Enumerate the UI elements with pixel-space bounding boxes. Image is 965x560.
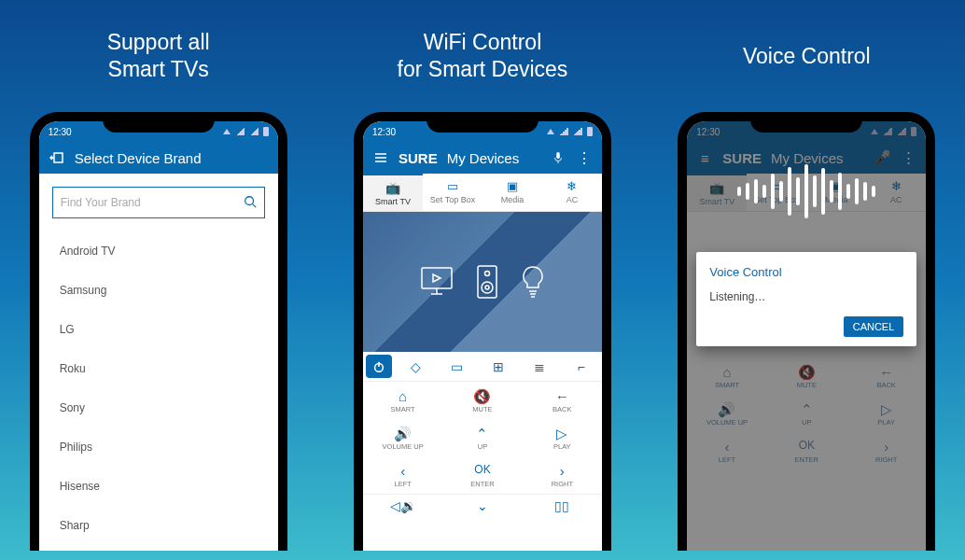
brand-item[interactable]: Hisense <box>60 467 258 506</box>
svg-rect-0 <box>54 153 63 162</box>
control-row: ◇ ▭ ⊞ ≣ ⌐ <box>363 352 602 382</box>
brand-item[interactable]: Philips <box>60 427 258 467</box>
status-time: 12:30 <box>372 127 396 137</box>
app-name: SURE <box>399 150 438 166</box>
cast-icon[interactable]: ⌐ <box>561 352 602 381</box>
brand-item[interactable]: Sharp <box>60 506 258 545</box>
status-time: 12:30 <box>49 127 72 137</box>
bottom-row: ◁🔉 ⌄ ▯▯ <box>363 494 602 517</box>
device-tab[interactable]: 📺Smart TV <box>363 174 423 211</box>
search-placeholder: Find Your Brand <box>61 196 244 209</box>
vol-down-button[interactable]: ◁🔉 <box>363 495 442 517</box>
panel3-caption: Voice Control <box>743 0 871 112</box>
brand-item[interactable]: Android TV <box>60 231 258 271</box>
phone-frame: 12:30 SURE My Devices ⋮ 📺Smart TV▭Set To… <box>354 112 611 551</box>
tv-icon <box>420 266 454 298</box>
back-icon[interactable] <box>49 149 65 166</box>
device-tab[interactable]: ❄AC <box>542 174 602 211</box>
remote-right-button[interactable]: ›RIGHT <box>523 456 602 494</box>
hamburger-icon[interactable] <box>372 149 389 166</box>
remote-smart-button[interactable]: ⌂SMART <box>363 382 442 419</box>
cancel-button[interactable]: CANCEL <box>844 316 904 337</box>
brand-item[interactable]: Sony <box>60 388 258 427</box>
svg-point-7 <box>485 286 489 289</box>
panel1-caption: Support all Smart TVs <box>107 0 210 112</box>
remote-left-button[interactable]: ‹LEFT <box>363 456 442 494</box>
dialog-status: Listening… <box>709 290 903 303</box>
mic-icon[interactable] <box>550 149 566 166</box>
dpad-icon[interactable]: ◇ <box>395 352 436 381</box>
device-tab[interactable]: ▭Set Top Box <box>423 174 482 211</box>
phone-frame: 12:30 Select Device Brand Find Your Bran… <box>30 112 287 551</box>
dialog-title: Voice Control <box>709 265 903 279</box>
svg-rect-3 <box>422 268 452 288</box>
remote-up-button[interactable]: ⌃UP <box>442 419 522 456</box>
list-icon[interactable]: ≣ <box>519 352 560 381</box>
svg-rect-2 <box>556 152 560 159</box>
brand-item[interactable]: Samsung <box>60 271 258 310</box>
remote-play-button[interactable]: ▷PLAY <box>523 419 602 456</box>
keyboard-icon[interactable]: ▭ <box>436 352 477 381</box>
power-button[interactable] <box>366 355 392 378</box>
device-tab[interactable]: ▣Media <box>482 174 542 211</box>
more-icon[interactable]: ⋮ <box>576 149 593 166</box>
header-title: My Devices <box>447 150 520 166</box>
grid-icon[interactable]: ⊞ <box>478 352 519 381</box>
search-input[interactable]: Find Your Brand <box>52 187 265 218</box>
voice-wave-icon <box>687 159 926 224</box>
speaker-icon <box>476 264 498 300</box>
appbar-title: Select Device Brand <box>75 150 202 166</box>
brand-item[interactable]: LG <box>60 310 258 349</box>
phone-frame: 12:30 ≡ SURE My Devices 🎤 ⋮ 📺Smart TV▭Se… <box>678 112 935 551</box>
svg-point-6 <box>482 282 493 293</box>
status-bar: 12:30 <box>39 121 278 142</box>
status-bar: 12:30 <box>363 121 602 142</box>
bulb-icon <box>521 265 545 299</box>
panel2-caption: WiFi Control for Smart Devices <box>398 0 568 112</box>
pause-button[interactable]: ▯▯ <box>523 495 602 517</box>
svg-point-5 <box>484 272 489 276</box>
remote-mute-button[interactable]: 🔇MUTE <box>442 382 522 419</box>
voice-dialog: Voice Control Listening… CANCEL <box>696 252 916 346</box>
hero-image <box>363 212 602 352</box>
search-icon <box>244 195 257 211</box>
down-button[interactable]: ⌄ <box>442 495 522 517</box>
remote-volume-up-button[interactable]: 🔊VOLUME UP <box>363 419 442 456</box>
remote-back-button[interactable]: ←BACK <box>523 382 602 419</box>
svg-point-1 <box>245 196 253 204</box>
brand-item[interactable]: Roku <box>60 349 258 388</box>
remote-enter-button[interactable]: OKENTER <box>442 456 522 494</box>
